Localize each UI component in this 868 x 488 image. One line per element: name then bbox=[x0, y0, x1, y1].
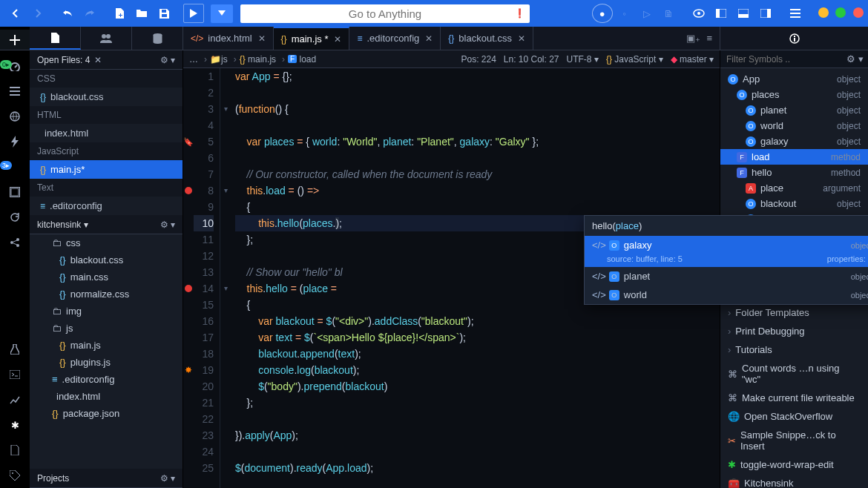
activity-refresh[interactable] bbox=[0, 205, 30, 230]
autocomplete-item[interactable]: </>Ogalaxy object bbox=[585, 236, 868, 254]
tree-folder[interactable]: 🗀img bbox=[30, 303, 183, 320]
close-window-button[interactable] bbox=[853, 7, 864, 18]
tool-item[interactable]: ⌘Make current file writeable bbox=[720, 389, 868, 407]
activity-add-button[interactable] bbox=[0, 30, 30, 50]
tool-item[interactable]: ✱toggle-word-wrap-edit bbox=[720, 455, 868, 474]
minimize-button[interactable] bbox=[818, 7, 829, 18]
tool-item[interactable]: 🧰Kitchensink bbox=[720, 474, 868, 488]
close-icon[interactable]: ✕ bbox=[425, 33, 433, 44]
menu-button[interactable] bbox=[785, 4, 806, 23]
macro-play-button[interactable]: ▷ bbox=[637, 4, 657, 23]
close-icon[interactable]: ✕ bbox=[258, 33, 266, 44]
symbol-item[interactable]: Aplace argument bbox=[720, 180, 868, 196]
breadcrumb[interactable]: 📁 js bbox=[210, 54, 228, 65]
record-macro-button[interactable]: ● bbox=[592, 4, 613, 23]
symbol-item[interactable]: Ogalaxy object bbox=[720, 133, 868, 149]
save-button[interactable] bbox=[154, 4, 174, 23]
tree-file[interactable]: {}package.json bbox=[30, 405, 183, 422]
gear-icon[interactable]: ⚙ ▾ bbox=[846, 53, 864, 65]
activity-layout[interactable] bbox=[0, 179, 30, 205]
symbol-item[interactable]: Oblackout object bbox=[720, 196, 868, 211]
layout-bottom-button[interactable] bbox=[733, 4, 754, 23]
gear-icon[interactable]: ⚙ ▾ bbox=[160, 55, 175, 65]
activity-doc[interactable] bbox=[0, 438, 30, 463]
activity-problems[interactable]: 3▸ bbox=[0, 154, 30, 179]
right-panel-tab[interactable] bbox=[720, 27, 868, 50]
symbol-item[interactable]: Fhello method bbox=[720, 165, 868, 180]
tree-file[interactable]: ≡.editorconfig bbox=[30, 371, 183, 388]
symbols-filter-input[interactable] bbox=[725, 53, 844, 65]
tool-item[interactable]: ⌘Count words …n using "wc" bbox=[720, 359, 868, 389]
tree-folder[interactable]: 🗀js bbox=[30, 320, 183, 337]
open-file-item[interactable]: ≡.editorconfig bbox=[30, 197, 183, 215]
left-tab-db[interactable] bbox=[132, 27, 183, 50]
symbol-item[interactable]: Fload method bbox=[720, 149, 868, 165]
layout-left-button[interactable] bbox=[711, 4, 731, 23]
tool-item[interactable]: 🌐Open StackOverflow bbox=[720, 407, 868, 426]
editor-tab[interactable]: </> index.html ✕ bbox=[183, 27, 274, 50]
project-header[interactable]: kitchensink ▾ ⚙ ▾ bbox=[30, 215, 183, 234]
status-branch[interactable]: ◆ master ▾ bbox=[671, 54, 714, 65]
breadcrumb[interactable]: {} main.js bbox=[240, 54, 276, 65]
tab-list-button[interactable]: ≡ bbox=[706, 33, 712, 44]
new-split-button[interactable]: ▣₊ bbox=[686, 33, 700, 44]
breadcrumb[interactable]: … bbox=[189, 54, 198, 65]
autocomplete-item[interactable]: </>Oworld object bbox=[585, 286, 868, 304]
tool-item[interactable]: ✂Sample Snippe…ck to Insert bbox=[720, 426, 868, 455]
tree-file[interactable]: index.html bbox=[30, 388, 183, 405]
symbol-item[interactable]: Oworld object bbox=[720, 118, 868, 133]
close-icon[interactable]: ✕ bbox=[518, 33, 525, 44]
left-tab-users[interactable] bbox=[81, 27, 132, 50]
maximize-button[interactable] bbox=[835, 7, 846, 18]
nav-back-button[interactable] bbox=[5, 4, 26, 23]
editor-tab[interactable]: {} main.js * ✕ bbox=[274, 27, 350, 50]
new-file-button[interactable] bbox=[109, 4, 130, 23]
symbol-item[interactable]: Oplaces object bbox=[720, 87, 868, 102]
activity-flask[interactable] bbox=[0, 337, 30, 362]
tree-file[interactable]: {}normalize.css bbox=[30, 286, 183, 303]
status-enc[interactable]: UTF-8 ▾ bbox=[567, 54, 599, 65]
activity-globe[interactable] bbox=[0, 104, 30, 129]
tree-file[interactable]: {}main.css bbox=[30, 268, 183, 286]
open-file-item[interactable]: {}main.js* bbox=[30, 160, 183, 179]
layout-right-button[interactable] bbox=[755, 4, 776, 23]
activity-chart[interactable] bbox=[0, 387, 30, 412]
activity-star[interactable]: ✱ bbox=[0, 412, 30, 438]
goto-input[interactable] bbox=[240, 7, 530, 21]
gear-icon[interactable]: ⚙ ▾ bbox=[160, 473, 175, 484]
symbol-item[interactable]: OApp object bbox=[720, 71, 868, 87]
projects-footer[interactable]: Projects⚙ ▾ bbox=[30, 469, 183, 488]
tree-file[interactable]: {}main.js bbox=[30, 337, 183, 354]
activity-share[interactable] bbox=[0, 230, 30, 255]
autocomplete-popup[interactable]: hello(place) </>Ogalaxy object source: b… bbox=[584, 215, 868, 305]
tree-folder[interactable]: 🗀css bbox=[30, 234, 183, 251]
tool-folder[interactable]: ›Tutorials bbox=[720, 340, 868, 359]
macro-save-button[interactable]: 🗎 bbox=[659, 4, 680, 23]
play-config-dropdown[interactable] bbox=[211, 4, 233, 23]
left-tab-files[interactable] bbox=[30, 27, 81, 50]
activity-dashboard[interactable]: 0▸ bbox=[0, 53, 30, 79]
editor-tab[interactable]: {} blackout.css ✕ bbox=[441, 27, 533, 50]
tool-folder[interactable]: ›Folder Templates bbox=[720, 303, 868, 322]
activity-lines[interactable] bbox=[0, 79, 30, 104]
close-icon[interactable]: ✕ bbox=[334, 34, 341, 44]
open-file-item[interactable]: index.html bbox=[30, 124, 183, 142]
activity-tag[interactable] bbox=[0, 463, 30, 488]
undo-button[interactable] bbox=[57, 4, 78, 23]
goto-anything-search[interactable]: ❗ bbox=[240, 4, 530, 23]
tree-file[interactable]: {}blackout.css bbox=[30, 251, 183, 268]
tree-file[interactable]: {}plugins.js bbox=[30, 354, 183, 371]
activity-terminal[interactable] bbox=[0, 362, 30, 387]
editor-tab[interactable]: ≡ .editorconfig ✕ bbox=[349, 27, 441, 50]
symbol-item[interactable]: Oplanet object bbox=[720, 102, 868, 118]
macro-stop-button[interactable]: ◦ bbox=[614, 4, 635, 23]
open-file-item[interactable]: {}blackout.css bbox=[30, 88, 183, 106]
toggle-preview-button[interactable] bbox=[688, 4, 709, 23]
open-files-header[interactable]: Open Files: 4✕ ⚙ ▾ bbox=[30, 50, 183, 70]
status-lang[interactable]: {} JavaScript ▾ bbox=[606, 54, 663, 65]
activity-flash[interactable] bbox=[0, 129, 30, 154]
tool-folder[interactable]: ›Print Debugging bbox=[720, 322, 868, 340]
breadcrumb[interactable]: F load bbox=[288, 54, 316, 65]
open-file-button[interactable] bbox=[131, 4, 152, 23]
nav-forward-button[interactable] bbox=[27, 4, 48, 23]
